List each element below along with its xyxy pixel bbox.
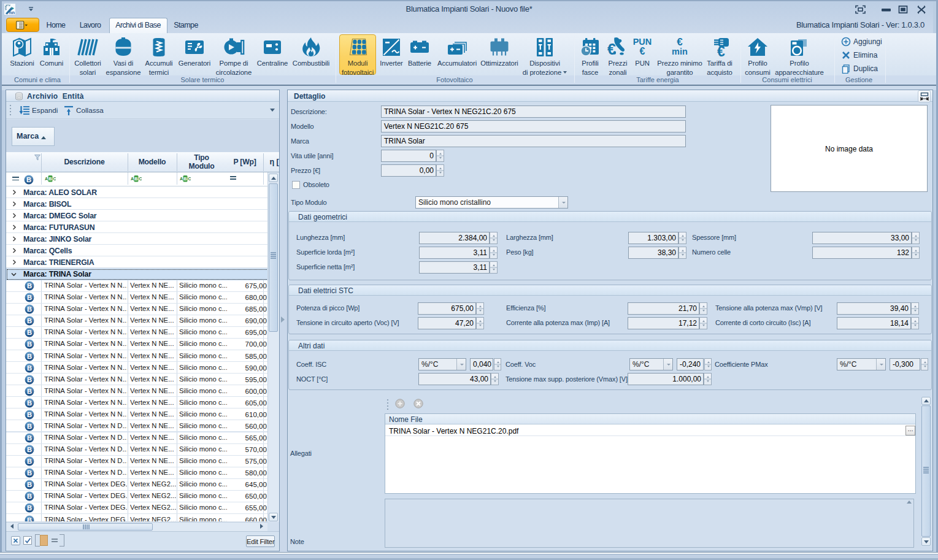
svg-text:B: B xyxy=(27,364,32,372)
svg-text:B: B xyxy=(27,505,32,512)
svg-text:B: B xyxy=(27,282,32,290)
svg-text:B: B xyxy=(26,176,31,183)
svg-text:B: B xyxy=(27,376,32,383)
svg-text:B: B xyxy=(27,294,32,301)
svg-text:B: B xyxy=(27,305,32,313)
svg-text:B: B xyxy=(27,493,32,500)
svg-text:B: B xyxy=(183,176,187,182)
svg-text:B: B xyxy=(27,411,32,418)
svg-text:B: B xyxy=(27,423,32,430)
svg-text:C: C xyxy=(139,177,142,181)
svg-text:A: A xyxy=(45,177,48,181)
svg-text:B: B xyxy=(27,516,32,522)
svg-text:B: B xyxy=(27,353,32,360)
svg-text:B: B xyxy=(27,434,32,442)
svg-text:B: B xyxy=(27,446,32,453)
svg-text:B: B xyxy=(27,329,32,336)
svg-text:€: € xyxy=(640,46,645,56)
svg-text:€: € xyxy=(717,44,725,58)
svg-text:B: B xyxy=(27,388,32,395)
svg-text:A: A xyxy=(131,177,134,181)
svg-text:B: B xyxy=(27,341,32,348)
svg-text:B: B xyxy=(48,176,52,182)
svg-text:B: B xyxy=(27,458,32,465)
svg-text:A: A xyxy=(180,177,183,181)
svg-text:B: B xyxy=(27,481,32,488)
svg-text:B: B xyxy=(134,176,138,182)
svg-text:B: B xyxy=(27,469,32,477)
svg-text:PUN: PUN xyxy=(633,37,652,47)
svg-text:C: C xyxy=(188,177,191,181)
svg-text:min: min xyxy=(672,47,688,56)
svg-text:B: B xyxy=(27,399,32,407)
svg-text:€: € xyxy=(607,40,616,58)
svg-text:C: C xyxy=(53,177,56,181)
svg-text:B: B xyxy=(27,317,32,324)
